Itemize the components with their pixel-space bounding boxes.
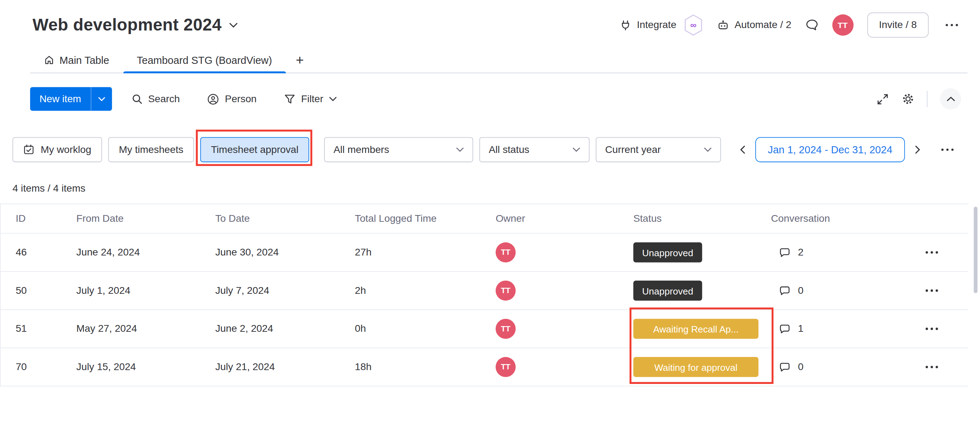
cell-id: 51	[1, 323, 76, 335]
row-more-menu[interactable]	[915, 327, 968, 331]
filter-chevron-icon	[329, 97, 336, 102]
person-filter-button[interactable]: Person	[199, 88, 265, 110]
period-dropdown-value: Current year	[605, 144, 661, 155]
table-row[interactable]: 70 July 15, 2024 July 21, 2024 18h TT Wa…	[1, 348, 968, 386]
status-badge[interactable]: Waiting for approval	[633, 357, 759, 377]
avatar[interactable]: TT	[832, 14, 853, 36]
status-dropdown-value: All status	[488, 144, 529, 155]
conversation-count: 1	[798, 323, 803, 335]
chevron-down-icon	[573, 147, 580, 152]
filter-more-menu[interactable]	[938, 145, 957, 154]
toolbar-divider	[927, 91, 928, 107]
integrate-icon	[619, 19, 632, 31]
column-header-from-date[interactable]: From Date	[76, 213, 215, 224]
cell-id: 70	[1, 361, 76, 373]
items-count: 4 items / 4 items	[13, 183, 980, 194]
row-more-menu[interactable]	[915, 289, 968, 293]
column-header-owner[interactable]: Owner	[496, 213, 633, 224]
board-header: Web development 2024 Integrate	[0, 0, 980, 38]
cell-id: 50	[1, 285, 76, 296]
person-label: Person	[225, 93, 256, 105]
table-row[interactable]: 50 July 1, 2024 July 7, 2024 2h TT Unapp…	[1, 272, 968, 310]
search-icon	[131, 93, 143, 105]
column-header-conversation[interactable]: Conversation	[771, 213, 915, 224]
status-badge[interactable]: Unapproved	[633, 281, 702, 301]
fullscreen-icon[interactable]	[876, 92, 889, 105]
row-more-menu[interactable]	[915, 250, 968, 254]
conversation-count: 2	[798, 247, 803, 258]
invite-button[interactable]: Invite / 8	[867, 13, 929, 38]
calendar-check-icon	[23, 144, 34, 155]
chevron-down-icon	[456, 147, 464, 152]
gear-icon[interactable]	[902, 92, 914, 105]
filter-funnel-icon	[284, 94, 295, 104]
cell-to-date: July 7, 2024	[215, 285, 355, 296]
new-item-button[interactable]: New item	[30, 87, 112, 111]
board-title[interactable]: Web development 2024	[33, 15, 221, 35]
tab-main-table-label: Main Table	[60, 54, 109, 66]
add-view-button[interactable]: +	[286, 48, 314, 73]
filter-button[interactable]: Filter	[276, 88, 345, 110]
vertical-scrollbar[interactable]	[974, 207, 977, 293]
column-header-total-logged-time[interactable]: Total Logged Time	[355, 213, 496, 224]
members-dropdown-value: All members	[334, 144, 389, 155]
board-page: Web development 2024 Integrate	[0, 0, 980, 440]
members-dropdown[interactable]: All members	[324, 137, 473, 163]
owner-avatar[interactable]: TT	[496, 319, 515, 338]
cell-total-logged: 0h	[355, 323, 496, 335]
conversation-bubble-icon[interactable]	[779, 324, 790, 334]
period-dropdown[interactable]: Current year	[596, 137, 721, 163]
cell-from-date: July 1, 2024	[76, 285, 215, 296]
conversation-count: 0	[798, 361, 803, 373]
integrations-infinity-icon: ∞	[683, 14, 703, 37]
header-more-menu[interactable]	[942, 21, 961, 29]
integrate-button[interactable]: Integrate ∞	[619, 14, 703, 37]
timesheet-table: ID From Date To Date Total Logged Time O…	[0, 204, 968, 386]
column-header-id[interactable]: ID	[1, 213, 76, 224]
new-item-label[interactable]: New item	[30, 87, 91, 111]
cell-from-date: July 15, 2024	[76, 361, 215, 373]
board-toolbar: New item Search Person Filter	[30, 86, 961, 112]
home-icon	[44, 55, 55, 65]
conversation-bubble-icon[interactable]	[779, 362, 790, 372]
person-icon	[207, 93, 220, 105]
table-row[interactable]: 51 May 27, 2024 June 2, 2024 0h TT Await…	[1, 310, 968, 348]
previous-period-button[interactable]	[736, 142, 749, 158]
conversation-bubble-icon[interactable]	[779, 285, 790, 296]
column-header-status[interactable]: Status	[633, 213, 771, 224]
timesheet-approval-button[interactable]: Timesheet approval	[200, 137, 309, 163]
svg-text:∞: ∞	[690, 20, 696, 30]
my-worklog-button[interactable]: My worklog	[13, 137, 102, 163]
collapse-toolbar-button[interactable]	[940, 88, 961, 110]
search-button[interactable]: Search	[123, 88, 188, 110]
date-range-button[interactable]: Jan 1, 2024 - Dec 31, 2024	[755, 137, 905, 163]
search-label: Search	[148, 93, 180, 105]
chat-icon[interactable]	[805, 19, 818, 31]
new-item-dropdown[interactable]	[91, 87, 112, 111]
status-dropdown[interactable]: All status	[479, 137, 590, 163]
integrate-label: Integrate	[637, 19, 676, 31]
timesheet-approval-label: Timesheet approval	[211, 144, 299, 155]
board-title-chevron-icon[interactable]	[229, 22, 238, 28]
my-timesheets-label: My timesheets	[119, 144, 183, 155]
cell-total-logged: 18h	[355, 361, 496, 373]
chevron-down-icon	[704, 147, 711, 152]
owner-avatar[interactable]: TT	[496, 242, 515, 262]
table-row[interactable]: 46 June 24, 2024 June 30, 2024 27h TT Un…	[1, 233, 968, 272]
status-badge[interactable]: Unapproved	[633, 242, 702, 262]
tab-teamboard-stg[interactable]: Teamboard STG (BoardView)	[123, 48, 286, 73]
owner-avatar[interactable]: TT	[496, 281, 515, 301]
automate-button[interactable]: Automate / 2	[717, 19, 791, 31]
tab-main-table[interactable]: Main Table	[30, 48, 123, 73]
row-more-menu[interactable]	[915, 365, 968, 369]
next-period-button[interactable]	[911, 142, 924, 158]
status-badge[interactable]: Awaiting Recall Ap...	[633, 319, 759, 338]
my-timesheets-button[interactable]: My timesheets	[108, 137, 194, 163]
conversation-count: 0	[798, 285, 803, 296]
owner-avatar[interactable]: TT	[496, 357, 515, 377]
conversation-bubble-icon[interactable]	[779, 247, 790, 258]
timesheet-filter-bar: My worklog My timesheets Timesheet appro…	[13, 137, 967, 163]
table-header-row: ID From Date To Date Total Logged Time O…	[1, 204, 968, 233]
column-header-to-date[interactable]: To Date	[215, 213, 355, 224]
cell-to-date: July 21, 2024	[215, 361, 355, 373]
